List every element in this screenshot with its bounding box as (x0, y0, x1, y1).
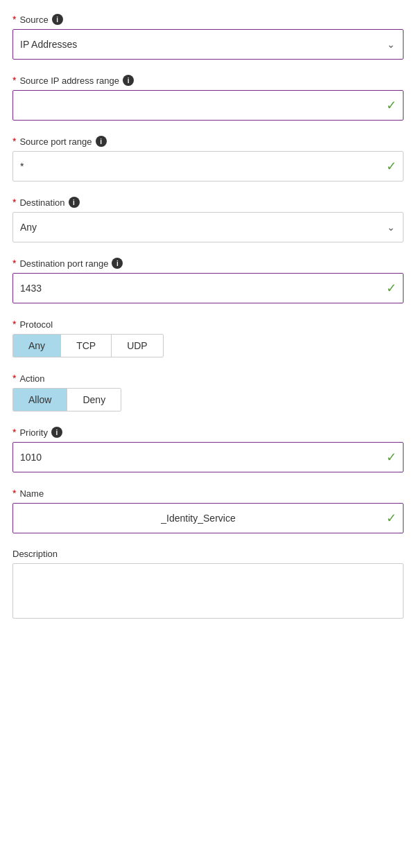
priority-info-icon: i (51, 427, 62, 438)
destination-required-star: * (12, 197, 16, 208)
priority-required-star: * (12, 427, 16, 438)
name-required-star: * (12, 488, 16, 499)
source-port-range-field-group: * Source port range i ✓ (12, 136, 404, 181)
source-port-range-input[interactable] (12, 151, 404, 181)
destination-port-range-info-icon: i (112, 258, 123, 269)
destination-port-range-required-star: * (12, 258, 16, 269)
source-info-icon: i (52, 14, 63, 25)
description-textarea[interactable] (12, 563, 404, 619)
action-required-star: * (12, 373, 16, 384)
destination-port-range-field-group: * Destination port range i ✓ (12, 258, 404, 303)
priority-input-wrapper: ✓ (12, 442, 404, 472)
priority-label: * Priority i (12, 427, 404, 438)
source-label: * Source i (12, 14, 404, 25)
source-ip-range-input[interactable] (12, 90, 404, 121)
action-label-text: Action (19, 373, 44, 384)
name-field-group: * Name ✓ (12, 488, 404, 533)
protocol-required-star: * (12, 319, 16, 330)
source-select[interactable]: IP Addresses Any Service Tag Application… (12, 29, 404, 60)
source-ip-range-field-group: * Source IP address range i ✓ (12, 75, 404, 121)
priority-field-group: * Priority i ✓ (12, 427, 404, 472)
source-ip-range-label-text: Source IP address range (19, 76, 119, 86)
source-port-range-required-star: * (12, 136, 16, 147)
source-ip-range-info-icon: i (123, 75, 134, 86)
name-label-text: Name (19, 488, 44, 499)
action-deny-button[interactable]: Deny (67, 389, 121, 411)
destination-select[interactable]: Any IP Addresses Service Tag Application… (12, 212, 404, 242)
destination-port-range-input[interactable] (12, 273, 404, 303)
protocol-udp-button[interactable]: UDP (112, 335, 163, 357)
source-required-star: * (12, 14, 16, 25)
source-label-text: Source (19, 15, 48, 25)
action-label: * Action (12, 373, 404, 384)
destination-port-range-label: * Destination port range i (12, 258, 404, 269)
source-field-group: * Source i IP Addresses Any Service Tag … (12, 14, 404, 60)
source-port-range-label-text: Source port range (19, 136, 92, 147)
source-ip-range-input-wrapper: ✓ (12, 90, 404, 121)
protocol-any-button[interactable]: Any (13, 335, 61, 357)
action-toggle-group: Allow Deny (12, 388, 121, 411)
destination-port-range-label-text: Destination port range (19, 258, 108, 269)
protocol-toggle-group: Any TCP UDP (12, 334, 164, 357)
priority-label-text: Priority (19, 427, 47, 438)
source-ip-range-label: * Source IP address range i (12, 75, 404, 86)
source-port-range-input-wrapper: ✓ (12, 151, 404, 181)
protocol-field-group: * Protocol Any TCP UDP (12, 319, 404, 357)
action-allow-button[interactable]: Allow (13, 389, 67, 411)
destination-select-wrapper: Any IP Addresses Service Tag Application… (12, 212, 404, 242)
source-port-range-info-icon: i (96, 136, 107, 147)
name-label: * Name (12, 488, 404, 499)
protocol-tcp-button[interactable]: TCP (61, 335, 112, 357)
name-input-wrapper: ✓ (12, 503, 404, 533)
action-field-group: * Action Allow Deny (12, 373, 404, 411)
name-input[interactable] (12, 503, 404, 533)
protocol-label-text: Protocol (19, 319, 53, 330)
destination-field-group: * Destination i Any IP Addresses Service… (12, 197, 404, 242)
source-ip-range-required-star: * (12, 75, 16, 86)
description-field-group: Description (12, 549, 404, 621)
destination-info-icon: i (69, 197, 80, 208)
priority-input[interactable] (12, 442, 404, 472)
description-label: Description (12, 549, 404, 559)
protocol-label: * Protocol (12, 319, 404, 330)
description-label-text: Description (12, 549, 58, 559)
source-port-range-label: * Source port range i (12, 136, 404, 147)
source-select-wrapper: IP Addresses Any Service Tag Application… (12, 29, 404, 60)
destination-port-range-input-wrapper: ✓ (12, 273, 404, 303)
destination-label: * Destination i (12, 197, 404, 208)
destination-label-text: Destination (19, 197, 64, 208)
